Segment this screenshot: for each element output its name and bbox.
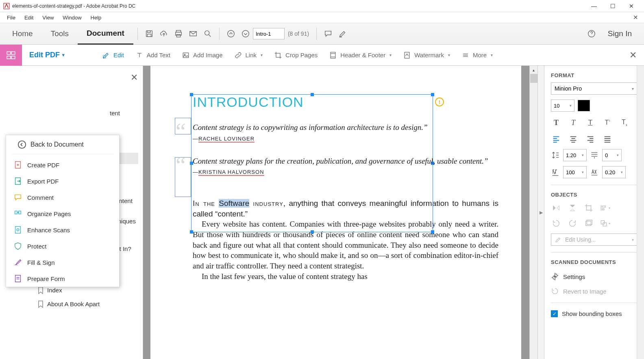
warning-badge-icon[interactable]: ! [435, 97, 444, 106]
svg-rect-60 [601, 221, 604, 224]
menu-help[interactable]: Help [86, 13, 106, 22]
menu-edit[interactable]: Edit [20, 13, 38, 22]
document-view[interactable]: ! INTRODUCTION “ Content strategy is to … [143, 66, 537, 359]
separator [316, 28, 317, 40]
quote-attribution: —RACHEL LOVINGER [193, 136, 498, 142]
watermark-action[interactable]: Watermark▾ [397, 45, 456, 66]
page-count: (8 of 91) [288, 30, 309, 37]
scroll-up-icon[interactable]: ▴ [530, 66, 537, 74]
header-footer-action[interactable]: Header & Footer▾ [323, 45, 397, 66]
close-tool-button[interactable]: ✕ [629, 50, 637, 61]
help-button[interactable] [584, 26, 599, 41]
secondary-close-button[interactable]: ✕ [633, 14, 638, 21]
arrange-button[interactable]: ▾ [600, 218, 610, 229]
link-action[interactable]: Link▾ [228, 45, 269, 66]
tools-popout: Back to Document Create PDF Export PDF C… [6, 135, 120, 287]
page-down-button[interactable] [238, 26, 253, 41]
prepare-form-item[interactable]: Prepare Form [6, 270, 119, 287]
close-panel-button[interactable]: ✕ [131, 72, 138, 83]
collapse-right-panel[interactable]: ▶ [537, 66, 544, 359]
superscript-button[interactable]: T¹ [602, 117, 613, 128]
right-panel-scrollbar[interactable] [637, 66, 644, 359]
format-heading: FORMAT [551, 72, 637, 78]
checkbox-icon: ✓ [551, 310, 558, 317]
create-pdf-item[interactable]: Create PDF [6, 157, 119, 173]
svg-rect-3 [147, 34, 151, 37]
page-up-button[interactable] [224, 26, 238, 41]
align-left-button[interactable] [551, 134, 561, 144]
save-button[interactable] [142, 26, 157, 41]
menu-view[interactable]: View [38, 13, 58, 22]
show-bounding-boxes[interactable]: ✓Show bounding boxes [551, 307, 637, 320]
sign-in-button[interactable]: Sign In [599, 29, 641, 38]
rotate-cw-button[interactable] [567, 218, 578, 229]
email-button[interactable] [186, 26, 200, 41]
quote-mark-icon: “ [176, 152, 186, 178]
color-swatch[interactable] [578, 100, 590, 111]
underline-button[interactable]: T [585, 117, 596, 128]
edit-action[interactable]: Edit [96, 45, 130, 66]
close-button[interactable]: ✕ [622, 0, 641, 12]
align-center-button[interactable] [568, 134, 579, 144]
add-image-action[interactable]: Add Image [176, 45, 228, 66]
line-height-input[interactable]: 1.20▾ [563, 149, 587, 161]
quote-text: Content strategy is to copywriting as in… [193, 122, 498, 133]
add-text-action[interactable]: Add Text [130, 45, 176, 66]
tab-home[interactable]: Home [3, 23, 42, 45]
align-right-button[interactable] [585, 134, 596, 144]
flip-horizontal-button[interactable] [551, 203, 561, 213]
revert-to-image[interactable]: Revert to Image [551, 284, 637, 298]
tracking-input[interactable]: 0.20▾ [602, 166, 626, 178]
font-select[interactable]: Minion Pro▾ [551, 82, 637, 95]
font-size-input[interactable]: 10▾ [551, 99, 574, 112]
scanned-docs-heading: SCANNED DOCUMENTS [551, 259, 637, 265]
align-justify-button[interactable] [602, 134, 613, 144]
highlight-button[interactable] [335, 26, 350, 41]
scroll-thumb[interactable] [530, 74, 537, 83]
svg-rect-22 [405, 52, 409, 58]
replace-image-button[interactable] [583, 218, 594, 229]
menu-window[interactable]: Window [58, 13, 86, 22]
cloud-upload-button[interactable] [157, 26, 171, 41]
edit-pdf-dropdown[interactable]: Edit PDF▾ [22, 51, 72, 59]
subscript-button[interactable]: T₁ [619, 117, 630, 128]
italic-button[interactable]: T [568, 117, 579, 128]
menu-file[interactable]: File [2, 13, 20, 22]
bookmark-item[interactable]: About A Book Apart [37, 297, 139, 311]
enhance-scans-item[interactable]: Enhance Scans [6, 222, 119, 238]
svg-rect-57 [602, 209, 604, 210]
flip-vertical-button[interactable] [567, 203, 578, 213]
crop-pages-action[interactable]: Crop Pages [268, 45, 323, 66]
search-button[interactable] [200, 26, 215, 41]
minimize-button[interactable]: — [585, 0, 603, 12]
rotate-ccw-button[interactable] [551, 218, 561, 229]
svg-rect-6 [176, 35, 180, 37]
tab-document[interactable]: Document [78, 23, 133, 45]
pdf-page: ! INTRODUCTION “ Content strategy is to … [150, 66, 521, 359]
print-button[interactable] [171, 26, 186, 41]
horizontal-scale-input[interactable]: 100▾ [563, 166, 587, 178]
organize-pages-item[interactable]: Organize Pages [6, 205, 119, 222]
export-pdf-item[interactable]: Export PDF [6, 173, 119, 189]
svg-rect-56 [602, 206, 605, 207]
bold-button[interactable]: T [551, 117, 561, 128]
page-input[interactable] [253, 28, 285, 39]
tab-tools[interactable]: Tools [42, 23, 78, 45]
main-toolbar: Home Tools Document (8 of 91) Sign In [0, 23, 644, 45]
fill-sign-item[interactable]: Fill & Sign [6, 254, 119, 270]
maximize-button[interactable]: ☐ [603, 0, 622, 12]
comment-item[interactable]: Comment [6, 189, 119, 205]
scanned-settings[interactable]: Settings [551, 269, 637, 284]
edit-using-select[interactable]: Edit Using...▾ [551, 234, 637, 246]
svg-point-10 [242, 30, 249, 37]
back-to-document[interactable]: Back to Document [12, 135, 113, 154]
align-objects-button[interactable]: ▾ [600, 203, 610, 213]
edit-pdf-tool-icon[interactable] [0, 45, 22, 66]
more-action[interactable]: More▾ [456, 45, 498, 66]
document-scrollbar[interactable]: ▴ [529, 66, 537, 359]
svg-rect-15 [11, 56, 15, 59]
protect-item[interactable]: Protect [6, 238, 119, 254]
comment-button[interactable] [321, 26, 335, 41]
crop-object-button[interactable] [583, 203, 594, 213]
space-before-input[interactable]: 0▾ [602, 149, 622, 161]
